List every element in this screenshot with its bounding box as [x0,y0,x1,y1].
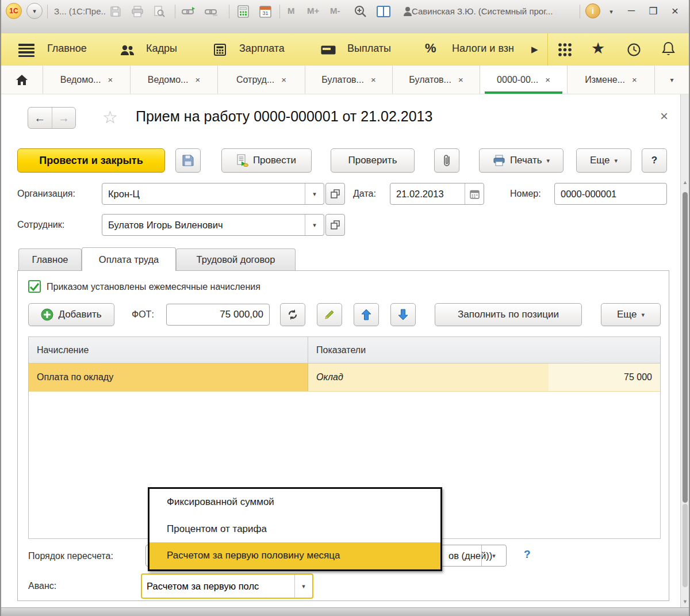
forward-button[interactable]: → [52,108,76,128]
get-link-icon[interactable] [182,5,197,18]
help-button[interactable]: ? [642,148,667,173]
tab-oplata-truda[interactable]: Оплата труда [82,247,176,271]
caret-down-icon[interactable]: ▾ [481,545,506,566]
close-document-icon[interactable]: × [660,109,668,123]
tab-bulatov-1[interactable]: Булатов...× [305,66,393,94]
tab-izmenenie[interactable]: Измене...× [568,66,655,94]
favorite-star-icon[interactable]: ☆ [102,107,118,127]
edit-button[interactable] [317,303,342,326]
caret-down-icon[interactable]: ▾ [294,575,312,598]
tab-vedomost-2[interactable]: Ведомо...× [131,66,218,94]
advance-combo[interactable]: Расчетом за первую полс ▾ [141,573,313,599]
close-tab-icon[interactable]: × [545,75,550,85]
print-button[interactable]: Печать ▾ [479,148,564,173]
close-tab-icon[interactable]: × [371,75,376,85]
tab-document-active[interactable]: 0000-00...× [480,66,568,94]
cell-accrual[interactable]: Оплата по окладу [29,364,308,391]
scrollbar-thumb[interactable] [683,192,688,503]
history-clock-icon[interactable] [627,43,641,57]
checkbox-label[interactable]: Приказом установлены ежемесячные начисле… [47,282,260,292]
close-tab-icon[interactable]: × [632,75,637,85]
print-icon[interactable] [130,5,145,18]
close-window-button[interactable]: × [667,3,683,18]
caret-down-icon[interactable]: ▾ [305,183,324,204]
calendar-picker-icon[interactable] [465,183,484,204]
tab-list-dropdown[interactable]: ▾ [655,66,689,94]
post-and-close-button[interactable]: Провести и закрыть [17,148,165,173]
attachments-button[interactable] [434,148,459,173]
menu-item-taxes[interactable]: Налоги и взн [452,43,528,55]
preview-icon[interactable] [152,5,167,18]
save-icon[interactable] [108,5,123,18]
tab-bulatov-2[interactable]: Булатов...× [393,66,480,94]
check-button[interactable]: Проверить [331,148,415,173]
back-button[interactable]: ← [28,108,52,128]
move-down-button[interactable] [390,303,416,326]
vertical-scrollbar[interactable]: ▲ ▼ [680,94,689,608]
zoom-in-icon[interactable] [353,5,368,18]
caret-down-icon[interactable]: ▾ [604,5,619,18]
add-button[interactable]: Добавить [28,303,114,326]
scroll-down-icon[interactable]: ▼ [681,599,689,604]
menu-item-main[interactable]: Главное [47,43,87,55]
home-tab[interactable] [1,66,43,94]
menu-overflow-arrow-icon[interactable]: ▶ [531,44,538,55]
close-tab-icon[interactable]: × [108,75,113,85]
tab-glavnoe[interactable]: Главное [18,248,82,270]
number-field[interactable] [554,183,667,205]
split-window-icon[interactable] [376,5,391,18]
scrollbar-track-segment[interactable] [683,504,688,587]
fot-field[interactable] [166,304,270,326]
monthly-accruals-checkbox[interactable] [28,280,41,293]
system-menu-button[interactable]: ▾ [26,3,43,19]
maximize-button[interactable]: ❒ [645,3,661,18]
close-tab-icon[interactable]: × [281,75,286,85]
dropdown-item-fixed-sum[interactable]: Фиксированной суммой [150,489,440,516]
dropdown-item-percent-of-tariff[interactable]: Процентом от тарифа [150,516,440,543]
menu-item-salary[interactable]: Зарплата [239,43,285,55]
notifications-bell-icon[interactable] [661,41,676,57]
tab-vedomost-1[interactable]: Ведомо...× [43,66,131,94]
hamburger-menu-icon[interactable] [18,44,34,59]
current-user[interactable]: Савинская З.Ю. (Системный прог... [412,6,553,16]
memory-mplus-button[interactable]: M+ [307,6,319,16]
number-input[interactable] [555,183,666,204]
employee-combo[interactable]: Булатов Игорь Виленович ▾ [102,214,324,236]
fot-input[interactable] [167,304,269,325]
favorites-star-icon[interactable]: ★ [591,39,605,58]
menu-item-hr[interactable]: Кадры [146,43,177,55]
table-more-button[interactable]: Еще▾ [601,303,661,326]
memory-m-button[interactable]: M [288,6,295,16]
minimize-button[interactable]: ─ [623,3,639,18]
cell-value[interactable]: 75 000 [549,364,660,391]
scroll-up-icon[interactable]: ▲ [681,179,689,185]
organization-combo[interactable]: Крон-Ц ▾ [102,183,324,205]
more-button[interactable]: Еще▾ [576,148,631,173]
move-up-button[interactable] [354,303,379,326]
close-tab-icon[interactable]: × [195,75,200,85]
calendar-icon[interactable]: 31 [258,5,273,18]
cell-indicator[interactable]: Оклад [308,364,549,391]
calculator-icon[interactable] [236,5,251,18]
go-link-icon[interactable] [205,5,220,18]
column-header-indicators[interactable]: Показатели [308,337,660,363]
open-organization-button[interactable] [325,183,345,205]
tab-trudovoy-dogovor[interactable]: Трудовой договор [176,248,296,270]
info-icon[interactable]: i [585,3,600,18]
tab-sotrudniki[interactable]: Сотруд...× [218,66,305,94]
save-button[interactable] [175,148,201,173]
menu-item-payments[interactable]: Выплаты [347,43,391,55]
recalculate-button[interactable] [280,303,305,326]
dropdown-item-first-half-month[interactable]: Расчетом за первую половину месяца [150,542,440,569]
recalc-help-link[interactable]: ? [524,548,531,561]
column-header-accrual[interactable]: Начисление [29,337,308,363]
open-employee-button[interactable] [325,214,345,236]
all-functions-grid-icon[interactable] [558,43,572,57]
caret-down-icon[interactable]: ▾ [305,215,324,235]
fill-by-position-button[interactable]: Заполнить по позиции [435,303,582,326]
table-row[interactable]: Оплата по окладу Оклад 75 000 [29,364,660,392]
date-field[interactable]: 21.02.2013 [390,183,484,205]
post-button[interactable]: Провести [221,148,312,173]
close-tab-icon[interactable]: × [458,75,463,85]
memory-mminus-button[interactable]: M- [330,6,340,16]
